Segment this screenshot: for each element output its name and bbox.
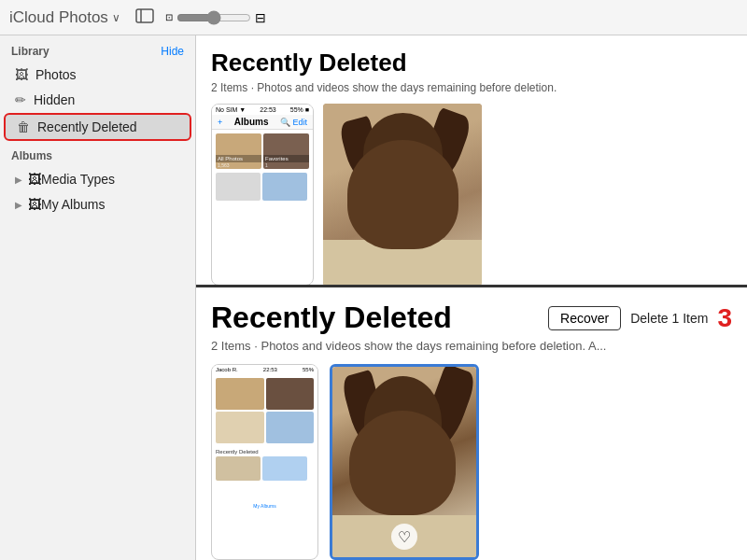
sidebar-item-media-types[interactable]: ▶ 🖼 Media Types [4, 167, 191, 191]
zoom-out-icon: ⊡ [165, 12, 173, 22]
delete-button[interactable]: Delete 1 Item [630, 311, 708, 326]
recently-deleted-label: Recently Deleted [37, 119, 137, 134]
bottom-panel-title: Recently Deleted Recover Delete 1 Item 3 [211, 301, 732, 335]
bg-cell-2 [266, 378, 315, 410]
panel-actions: Recover Delete 1 Item 3 [548, 303, 732, 333]
hidden-label: Hidden [34, 92, 75, 107]
partial-cell-2 [262, 173, 307, 201]
my-albums-label: My Albums [41, 197, 105, 212]
top-panel: Recently Deleted 2 Items · Photos and vi… [196, 35, 747, 287]
sidebar-item-recently-deleted[interactable]: 🗑 Recently Deleted 1 [4, 113, 191, 141]
library-section-header: Library Hide [0, 35, 195, 62]
selected-dog-thumbnail[interactable]: ♡ 2 [330, 364, 479, 560]
bottom-panel-subtitle: 2 Items · Photos and videos show the day… [211, 339, 732, 353]
grid-cell-1: All Photos 1,563 [216, 133, 261, 169]
bottom-title-text: Recently Deleted [211, 301, 452, 335]
sidebar-item-my-albums[interactable]: ▶ 🖼 My Albums [4, 192, 191, 217]
phone-statusbar: No SIM ▼ 22:53 55% ■ [212, 105, 313, 115]
expand-arrow-my-albums-icon: ▶ [15, 200, 22, 210]
phone-grid: All Photos 1,563 Favorites 1 [212, 130, 313, 173]
media-types-icon: 🖼 [28, 172, 41, 187]
photos-icon: 🖼 [15, 67, 28, 82]
main-layout: Library Hide 🖼 Photos ✏ Hidden 🗑 Recentl… [0, 35, 747, 560]
top-panel-subtitle: 2 Items · Photos and videos show the day… [211, 81, 732, 94]
grid-cell-2: Favorites 1 [263, 133, 309, 169]
small-cell-1 [216, 456, 261, 481]
bottom-phone-statusbar: Jacob R. 22:53 55% [212, 365, 317, 374]
selected-dog-body [349, 411, 456, 515]
icloud-label: iCloud [9, 8, 54, 26]
zoom-in-icon: ⊟ [255, 10, 266, 25]
svg-rect-0 [136, 9, 153, 22]
library-label: Library [11, 45, 49, 58]
bottom-panel: Recently Deleted Recover Delete 1 Item 3… [196, 287, 747, 560]
zoom-slider[interactable] [176, 10, 251, 25]
hide-button[interactable]: Hide [161, 45, 184, 58]
my-albums-icon: 🖼 [28, 197, 41, 212]
albums-label: Albums [11, 149, 52, 162]
trash-icon: 🗑 [17, 119, 30, 134]
photos-dropdown-icon[interactable]: ∨ [112, 11, 120, 24]
media-types-label: Media Types [41, 172, 115, 187]
small-cell-2 [262, 456, 307, 481]
albums-section-header: Albums [0, 142, 195, 166]
photos-label: Photos [59, 8, 108, 26]
heart-icon: ♡ [391, 524, 417, 550]
bottom-phone-grid [212, 374, 317, 447]
expand-arrow-icon: ▶ [15, 175, 22, 185]
sidebar-toggle-button[interactable] [135, 8, 154, 27]
topbar: iCloud Photos ∨ ⊡ ⊟ [0, 0, 747, 35]
annotation-3: 3 [717, 303, 732, 333]
content-area: Recently Deleted 2 Items · Photos and vi… [196, 35, 747, 560]
bottom-thumbnails: Jacob R. 22:53 55% Recently Deleted [211, 364, 732, 560]
dog-body [347, 140, 458, 249]
bottom-phone-thumbnail: Jacob R. 22:53 55% Recently Deleted [211, 364, 318, 560]
photos-label: Photos [35, 67, 77, 82]
top-panel-title: Recently Deleted [211, 49, 732, 77]
phone-thumbnail: No SIM ▼ 22:53 55% ■ + Albums 🔍 Edit All… [211, 104, 314, 286]
sidebar: Library Hide 🖼 Photos ✏ Hidden 🗑 Recentl… [0, 35, 196, 560]
hidden-icon: ✏ [15, 92, 26, 107]
bg-cell-3 [216, 412, 264, 443]
sidebar-item-photos[interactable]: 🖼 Photos [4, 63, 191, 87]
sidebar-item-hidden[interactable]: ✏ Hidden [4, 88, 191, 112]
app-brand: iCloud Photos [9, 8, 108, 27]
zoom-slider-container: ⊡ ⊟ [165, 10, 266, 25]
partial-cell-1 [216, 173, 261, 201]
phone-partial-row [212, 173, 313, 201]
bottom-phone-label: Recently Deleted [212, 447, 317, 456]
bg-cell-1 [216, 378, 264, 410]
recover-button[interactable]: Recover [548, 306, 621, 330]
my-albums-small: My Albums [212, 499, 317, 512]
phone-toolbar: + Albums 🔍 Edit [212, 115, 313, 130]
bg-cell-4 [266, 412, 315, 443]
dog-thumbnail [323, 104, 482, 286]
dog-image-bg [323, 104, 482, 286]
top-thumbnails: No SIM ▼ 22:53 55% ■ + Albums 🔍 Edit All… [211, 104, 732, 286]
bottom-phone-row [212, 456, 317, 481]
